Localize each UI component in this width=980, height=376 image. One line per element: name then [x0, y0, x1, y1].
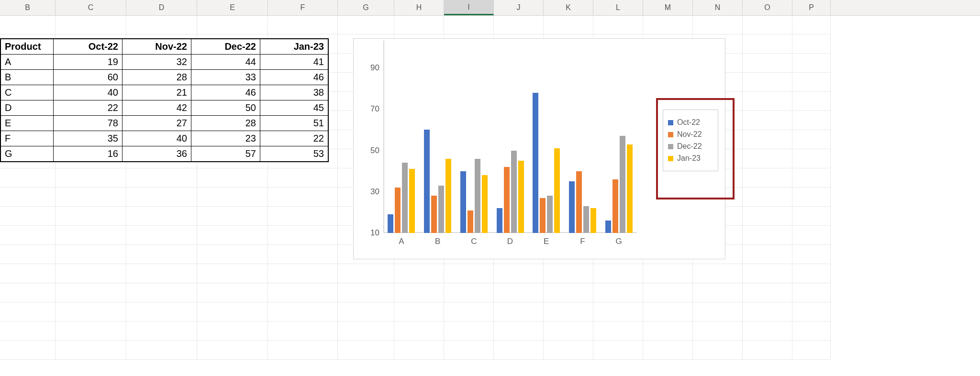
chart-bar[interactable] — [533, 93, 538, 233]
cell[interactable] — [56, 188, 126, 207]
cell[interactable] — [338, 302, 394, 321]
cell[interactable] — [0, 264, 56, 283]
cell[interactable] — [494, 321, 544, 341]
cell[interactable] — [544, 15, 593, 34]
cell[interactable] — [444, 15, 494, 34]
cell[interactable] — [792, 283, 831, 302]
cell[interactable] — [0, 15, 56, 34]
cell[interactable] — [494, 15, 544, 34]
cell[interactable] — [56, 207, 126, 226]
cell[interactable] — [743, 341, 792, 360]
cell[interactable] — [593, 264, 643, 283]
column-header-L[interactable]: L — [593, 0, 643, 15]
chart-bar[interactable] — [569, 181, 575, 233]
cell[interactable] — [494, 302, 544, 321]
cell[interactable] — [197, 302, 268, 321]
cell[interactable] — [126, 207, 197, 226]
table-cell[interactable]: A — [1, 55, 54, 70]
cell[interactable] — [693, 283, 743, 302]
chart-bar[interactable] — [497, 208, 502, 233]
chart-bar[interactable] — [620, 136, 625, 233]
cell[interactable] — [743, 54, 792, 73]
cell[interactable] — [197, 188, 268, 207]
cell[interactable] — [792, 34, 831, 54]
cell[interactable] — [268, 188, 338, 207]
table-header[interactable]: Product — [1, 39, 54, 55]
cell[interactable] — [743, 321, 792, 341]
chart-bar[interactable] — [511, 151, 517, 233]
cell[interactable] — [56, 283, 126, 302]
cell[interactable] — [338, 341, 394, 360]
cell[interactable] — [444, 264, 494, 283]
cell[interactable] — [593, 341, 643, 360]
cell[interactable] — [643, 341, 693, 360]
table-cell[interactable]: G — [1, 146, 54, 162]
cell[interactable] — [126, 15, 197, 34]
cell[interactable] — [0, 302, 56, 321]
legend-item[interactable]: Oct-22 — [668, 118, 713, 127]
cell[interactable] — [0, 207, 56, 226]
cell[interactable] — [56, 226, 126, 245]
chart-bar[interactable] — [540, 198, 546, 233]
cell[interactable] — [743, 111, 792, 130]
cell[interactable] — [643, 264, 693, 283]
cell[interactable] — [0, 321, 56, 341]
chart-bar[interactable] — [445, 159, 451, 233]
chart-bar[interactable] — [583, 206, 589, 233]
cell[interactable] — [643, 302, 693, 321]
table-cell[interactable]: 16 — [54, 146, 122, 162]
table-cell[interactable]: 46 — [191, 85, 260, 100]
cell[interactable] — [56, 341, 126, 360]
cell[interactable] — [643, 283, 693, 302]
cell[interactable] — [743, 168, 792, 188]
cell[interactable] — [126, 264, 197, 283]
cell[interactable] — [338, 15, 394, 34]
cell[interactable] — [0, 341, 56, 360]
table-header[interactable]: Jan-23 — [260, 39, 328, 55]
cell[interactable] — [792, 73, 831, 92]
chart-bar[interactable] — [605, 221, 611, 233]
cell[interactable] — [593, 302, 643, 321]
table-cell[interactable]: 22 — [54, 100, 122, 116]
table-header[interactable]: Oct-22 — [54, 39, 122, 55]
cell[interactable] — [494, 283, 544, 302]
cell[interactable] — [338, 283, 394, 302]
cell[interactable] — [197, 15, 268, 34]
cell[interactable] — [0, 245, 56, 264]
cell[interactable] — [268, 207, 338, 226]
cell[interactable] — [126, 168, 197, 188]
cell[interactable] — [792, 130, 831, 149]
table-cell[interactable]: 23 — [191, 131, 260, 146]
table-cell[interactable]: 60 — [54, 70, 122, 85]
chart-bar[interactable] — [590, 208, 596, 233]
chart-bar[interactable] — [547, 196, 553, 233]
cell[interactable] — [743, 283, 792, 302]
table-cell[interactable]: 46 — [260, 70, 328, 85]
table-cell[interactable]: 35 — [54, 131, 122, 146]
cell[interactable] — [126, 245, 197, 264]
cell[interactable] — [444, 283, 494, 302]
cell[interactable] — [494, 341, 544, 360]
cell[interactable] — [338, 264, 394, 283]
table-cell[interactable]: 51 — [260, 116, 328, 131]
legend-item[interactable]: Dec-22 — [668, 142, 713, 151]
cell[interactable] — [693, 302, 743, 321]
cell[interactable] — [0, 226, 56, 245]
cell[interactable] — [268, 264, 338, 283]
cell[interactable] — [792, 245, 831, 264]
cell[interactable] — [0, 283, 56, 302]
cell[interactable] — [126, 188, 197, 207]
table-cell[interactable]: 19 — [54, 55, 122, 70]
cell[interactable] — [494, 264, 544, 283]
table-cell[interactable]: 21 — [122, 85, 191, 100]
cell[interactable] — [126, 321, 197, 341]
table-header[interactable]: Nov-22 — [122, 39, 191, 55]
table-cell[interactable]: 45 — [260, 100, 328, 116]
chart-bar[interactable] — [409, 169, 415, 233]
cell[interactable] — [444, 341, 494, 360]
chart-bar[interactable] — [468, 210, 473, 233]
cell[interactable] — [792, 302, 831, 321]
chart-bar[interactable] — [482, 175, 488, 233]
cell[interactable] — [126, 283, 197, 302]
cell[interactable] — [792, 168, 831, 188]
